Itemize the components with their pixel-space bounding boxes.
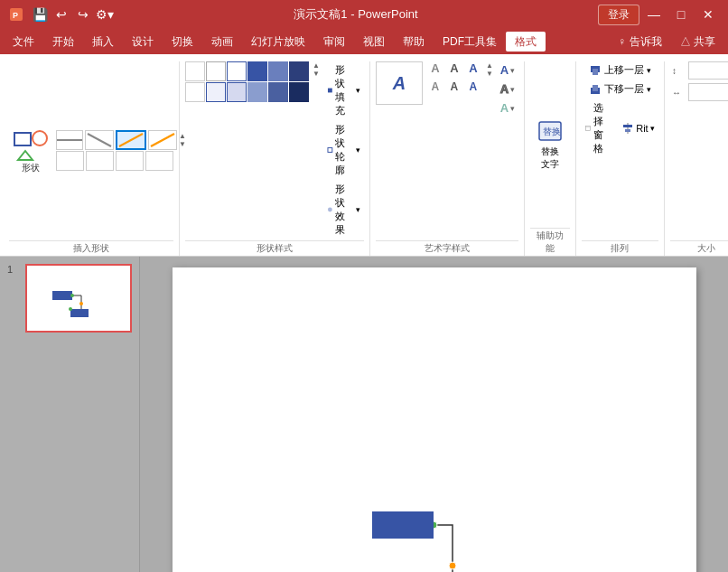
height-input[interactable] bbox=[688, 61, 728, 80]
replace-text-btn[interactable]: 替换 替换文字 bbox=[530, 117, 570, 171]
canvas-area[interactable] bbox=[140, 257, 728, 572]
slide-canvas[interactable] bbox=[173, 267, 696, 573]
style-item-4[interactable] bbox=[247, 61, 267, 81]
ribbon-group-shape-style: ▲ ▼ 形状填充 ▾ 形状轮廓 ▾ bbox=[180, 61, 370, 256]
size-height-row: ↕ bbox=[670, 61, 728, 80]
ribbon-group-arrange: 上移一层▾ 下移一层▾ 选择窗格 bbox=[576, 61, 664, 256]
line-style-3-selected[interactable] bbox=[116, 130, 146, 150]
menu-format[interactable]: 格式 bbox=[506, 32, 546, 52]
slide-thumb-image[interactable] bbox=[25, 264, 132, 333]
art-text-3[interactable]: A bbox=[464, 61, 482, 80]
menu-view[interactable]: 视图 bbox=[354, 32, 394, 52]
style-item-10[interactable] bbox=[247, 82, 267, 102]
style-item-7[interactable] bbox=[185, 82, 205, 102]
quick-style-btn[interactable]: A bbox=[376, 61, 423, 105]
style-item-2[interactable] bbox=[206, 61, 226, 81]
login-button[interactable]: 登录 bbox=[598, 5, 639, 25]
svg-line-7 bbox=[151, 134, 174, 146]
text-outline-btn[interactable]: A▾ bbox=[497, 80, 518, 98]
customize-icon[interactable]: ⚙▾ bbox=[96, 5, 114, 23]
style-item-6[interactable] bbox=[289, 61, 309, 81]
tell-me[interactable]: ♀ 告诉我 bbox=[609, 32, 670, 52]
text-effect-btn[interactable]: A▾ bbox=[497, 99, 518, 117]
slide-thumbnail-1[interactable]: 1 bbox=[7, 264, 132, 333]
ribbon-group-size: ↕ ↔ 大小 bbox=[665, 61, 728, 256]
menu-transitions[interactable]: 切换 bbox=[163, 32, 202, 52]
style-item-3[interactable] bbox=[227, 61, 247, 81]
save-icon[interactable]: 💾 bbox=[31, 5, 49, 23]
text-fill-btn[interactable]: A▾ bbox=[497, 61, 518, 79]
quick-access-toolbar: 💾 ↩ ↪ ⚙▾ bbox=[31, 5, 114, 23]
menu-animations[interactable]: 动画 bbox=[202, 32, 242, 52]
move-down-btn[interactable]: 下移一层▾ bbox=[585, 80, 655, 98]
share[interactable]: △ 共享 bbox=[671, 32, 724, 52]
menu-review[interactable]: 审阅 bbox=[314, 32, 354, 52]
shape-format-buttons: 形状填充 ▾ 形状轮廓 ▾ 形状效果 ▾ bbox=[323, 61, 364, 239]
title-bar-left: P 💾 ↩ ↪ ⚙▾ bbox=[7, 5, 114, 23]
menu-insert[interactable]: 插入 bbox=[83, 32, 123, 52]
line-style-5[interactable] bbox=[56, 151, 84, 171]
line-style-8[interactable] bbox=[145, 151, 173, 171]
style-item-1[interactable] bbox=[185, 61, 205, 81]
menu-home[interactable]: 开始 bbox=[43, 32, 83, 52]
ribbon: 形状 bbox=[0, 54, 728, 257]
line-style-2[interactable] bbox=[85, 130, 114, 150]
menu-slideshow[interactable]: 幻灯片放映 bbox=[242, 32, 314, 52]
shape-outline-btn[interactable]: 形状轮廓 ▾ bbox=[323, 121, 364, 179]
menu-bar: 文件 开始 插入 设计 切换 动画 幻灯片放映 审阅 视图 帮助 PDF工具集 … bbox=[0, 29, 728, 54]
svg-text:↔: ↔ bbox=[672, 88, 681, 98]
art-text-dropdown[interactable]: ▲ ▼ bbox=[486, 61, 493, 78]
slide-number: 1 bbox=[7, 264, 22, 275]
redo-icon[interactable]: ↪ bbox=[74, 5, 92, 23]
shape-fill-btn[interactable]: 形状填充 ▾ bbox=[323, 61, 364, 119]
style-item-9[interactable] bbox=[227, 82, 247, 102]
style-item-8[interactable] bbox=[206, 82, 226, 102]
minimize-button[interactable]: — bbox=[641, 4, 667, 25]
svg-text:↕: ↕ bbox=[672, 66, 677, 76]
select-pane-btn[interactable]: 选择窗格 bbox=[582, 99, 614, 157]
art-text-4[interactable]: A bbox=[426, 80, 444, 98]
menu-design[interactable]: 设计 bbox=[123, 32, 163, 52]
style-grid-dropdown[interactable]: ▲ ▼ bbox=[313, 61, 320, 78]
art-text-5[interactable]: A bbox=[445, 80, 463, 98]
slide-svg bbox=[173, 267, 696, 573]
shape-rect-1[interactable] bbox=[372, 511, 434, 539]
move-up-btn[interactable]: 上移一层▾ bbox=[585, 61, 655, 79]
svg-line-6 bbox=[119, 134, 143, 146]
menu-pdf[interactable]: PDF工具集 bbox=[434, 32, 506, 52]
line-style-4[interactable] bbox=[148, 130, 177, 150]
style-item-5[interactable] bbox=[268, 61, 288, 81]
shapes-button[interactable]: 形状 bbox=[9, 126, 52, 174]
svg-rect-2 bbox=[14, 133, 31, 145]
menu-help[interactable]: 帮助 bbox=[394, 32, 434, 52]
style-item-11[interactable] bbox=[268, 82, 288, 102]
close-button[interactable]: ✕ bbox=[695, 4, 721, 25]
art-text-2[interactable]: A bbox=[445, 61, 463, 80]
art-text-6[interactable]: A bbox=[464, 80, 482, 98]
arrange-label: 排列 bbox=[582, 240, 658, 256]
svg-rect-9 bbox=[328, 148, 332, 153]
line-style-1[interactable] bbox=[56, 130, 83, 150]
svg-rect-17 bbox=[586, 126, 591, 130]
svg-rect-20 bbox=[623, 125, 632, 127]
size-width-row: ↔ bbox=[670, 83, 728, 101]
svg-point-28 bbox=[79, 302, 83, 305]
line-style-6[interactable] bbox=[86, 151, 114, 171]
svg-point-27 bbox=[70, 294, 74, 297]
svg-rect-25 bbox=[52, 291, 72, 300]
menu-file[interactable]: 文件 bbox=[4, 32, 43, 52]
undo-icon[interactable]: ↩ bbox=[52, 5, 70, 23]
svg-line-5 bbox=[88, 134, 111, 146]
size-label: 大小 bbox=[670, 240, 728, 256]
restore-button[interactable]: □ bbox=[668, 4, 694, 25]
style-item-12[interactable] bbox=[289, 82, 309, 102]
align-label: Rit bbox=[636, 123, 648, 134]
shape-effect-btn[interactable]: 形状效果 ▾ bbox=[323, 181, 364, 239]
align-btn[interactable]: Rit ▾ bbox=[618, 99, 658, 157]
ribbon-group-insert-shape: 形状 bbox=[4, 61, 180, 256]
art-text-1[interactable]: A bbox=[426, 61, 444, 80]
insert-shape-label: 插入形状 bbox=[9, 240, 173, 256]
line-style-7[interactable] bbox=[116, 151, 144, 171]
width-input[interactable] bbox=[688, 83, 728, 101]
powerpoint-icon[interactable]: P bbox=[7, 5, 25, 23]
